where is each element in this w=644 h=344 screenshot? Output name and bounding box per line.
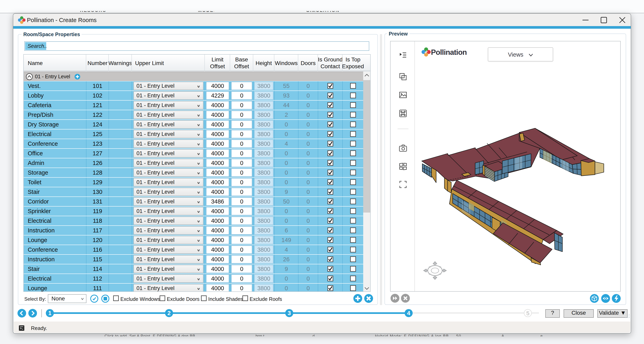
- svg-text:Pollination: Pollination: [431, 48, 467, 56]
